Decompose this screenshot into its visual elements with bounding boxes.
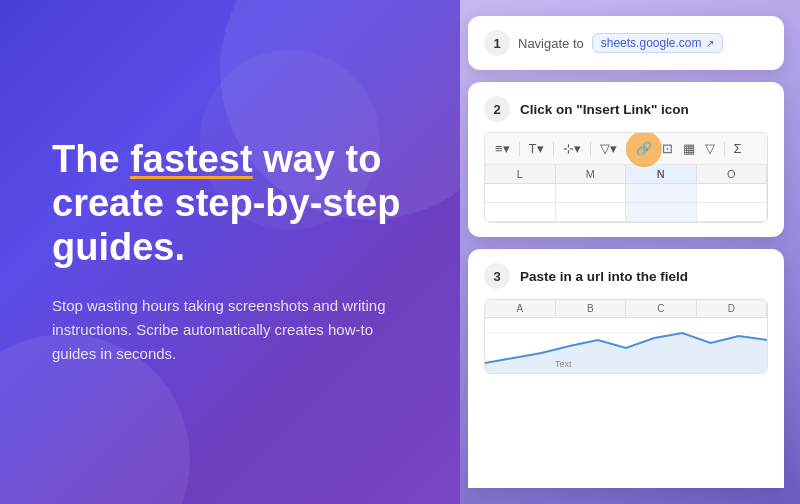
cell-M1 — [556, 184, 627, 202]
step-number-1: 1 — [484, 30, 510, 56]
toolbar-chart-icon: ▦ — [681, 139, 697, 158]
col-O: O — [697, 165, 768, 183]
chart-area: Text — [485, 318, 767, 373]
cell-N2 — [626, 203, 697, 221]
highlight-ring: 🔗 — [626, 132, 662, 167]
toolbar-sum-icon: Σ — [732, 139, 744, 158]
spreadsheet-columns: L M N O — [485, 165, 767, 184]
left-panel: The fastest way to create step-by-step g… — [0, 0, 460, 504]
cell-N1 — [626, 184, 697, 202]
step2-header: 2 Click on "Insert Link" icon — [484, 96, 768, 122]
step1-content: 1 Navigate to sheets.google.com ↗ — [484, 30, 768, 56]
cell-M2 — [556, 203, 627, 221]
cell-O2 — [697, 203, 768, 221]
url-text: sheets.google.com — [601, 36, 702, 50]
external-link-icon: ↗ — [706, 38, 714, 49]
chart-col-B: B — [556, 300, 627, 317]
link-icon: 🔗 — [636, 141, 652, 156]
chart-mockup: A B C D Text — [484, 299, 768, 374]
toolbar-image-icon: ⊡ — [660, 139, 675, 158]
toolbar-align-icon: ≡▾ — [493, 139, 512, 158]
divider-3 — [590, 142, 591, 156]
chart-svg — [485, 318, 767, 373]
headline: The fastest way to create step-by-step g… — [52, 138, 412, 269]
col-M: M — [556, 165, 627, 183]
col-L: L — [485, 165, 556, 183]
divider-1 — [519, 142, 520, 156]
cell-O1 — [697, 184, 768, 202]
divider-5 — [724, 142, 725, 156]
headline-emphasis: fastest — [130, 138, 253, 180]
step2-title: Click on "Insert Link" icon — [520, 102, 689, 117]
chart-col-A: A — [485, 300, 556, 317]
step1-label: Navigate to — [518, 36, 584, 51]
step-number-2: 2 — [484, 96, 510, 122]
chart-col-C: C — [626, 300, 697, 317]
cell-L1 — [485, 184, 556, 202]
spreadsheet-row-2 — [485, 203, 767, 222]
toolbar-text-icon: T▾ — [527, 139, 546, 158]
toolbar-filter-icon: ▽▾ — [598, 139, 619, 158]
chart-columns: A B C D — [485, 300, 767, 318]
step3-header: 3 Paste in a url into the field — [484, 263, 768, 289]
cell-L2 — [485, 203, 556, 221]
spreadsheet-mockup: ≡▾ T▾ ⊹▾ ▽▾ 🔗 🔗 ⊡ ▦ ▽ Σ — [484, 132, 768, 223]
toolbar-row: ≡▾ T▾ ⊹▾ ▽▾ 🔗 🔗 ⊡ ▦ ▽ Σ — [485, 133, 767, 165]
right-panel: 1 Navigate to sheets.google.com ↗ 2 Clic… — [460, 0, 800, 504]
col-N: N — [626, 165, 697, 183]
url-chip[interactable]: sheets.google.com ↗ — [592, 33, 723, 53]
toolbar-link-highlighted[interactable]: 🔗 🔗 — [634, 140, 654, 158]
toolbar-filter2-icon: ▽ — [703, 139, 717, 158]
step-number-3: 3 — [484, 263, 510, 289]
step-card-2: 2 Click on "Insert Link" icon ≡▾ T▾ ⊹▾ ▽… — [468, 82, 784, 237]
chart-text-label: Text — [555, 359, 572, 369]
step-card-1: 1 Navigate to sheets.google.com ↗ — [468, 16, 784, 70]
subtext: Stop wasting hours taking screenshots an… — [52, 294, 412, 366]
chart-col-D: D — [697, 300, 768, 317]
step-card-3: 3 Paste in a url into the field A B C D — [468, 249, 784, 488]
divider-2 — [553, 142, 554, 156]
spreadsheet-row-1 — [485, 184, 767, 203]
toolbar-indent-icon: ⊹▾ — [561, 139, 583, 158]
step3-title: Paste in a url into the field — [520, 269, 688, 284]
